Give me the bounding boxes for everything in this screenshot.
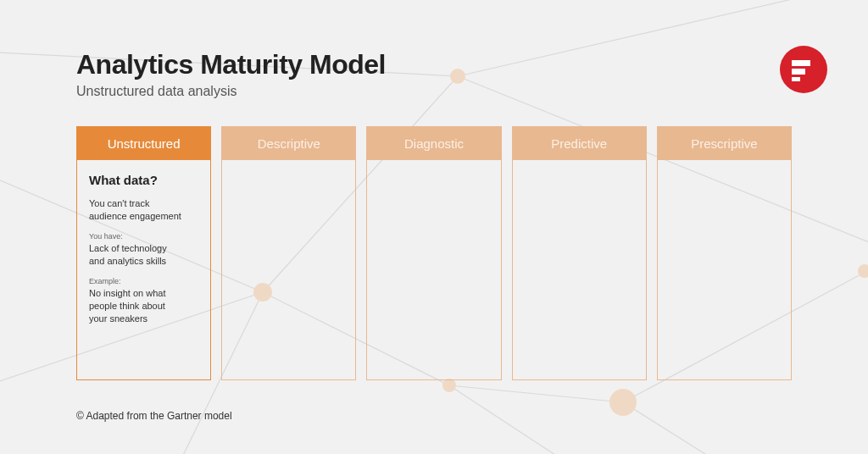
column-body xyxy=(366,160,501,380)
column-header: Unstructured xyxy=(76,126,211,160)
column-desc: You can't track audience engagement xyxy=(89,197,182,223)
svg-point-15 xyxy=(609,389,637,416)
column-unstructured: Unstructured What data? You can't track … xyxy=(76,126,211,380)
brand-logo xyxy=(780,46,827,93)
svg-rect-20 xyxy=(792,77,800,81)
column-prescriptive: Prescriptive xyxy=(657,126,792,380)
you-have-text: Lack of technology and analytics skills xyxy=(89,242,182,268)
column-header: Predictive xyxy=(512,126,647,160)
column-question: What data? xyxy=(89,172,198,189)
footer-attribution: © Adapted from the Gartner model xyxy=(76,410,232,422)
svg-line-7 xyxy=(449,385,623,402)
column-body xyxy=(657,160,792,380)
maturity-columns: Unstructured What data? You can't track … xyxy=(76,126,792,380)
example-label: Example: xyxy=(89,276,182,286)
svg-rect-19 xyxy=(792,69,805,75)
svg-point-14 xyxy=(442,379,456,392)
column-body xyxy=(221,160,356,380)
svg-rect-18 xyxy=(792,60,810,66)
you-have-label: You have: xyxy=(89,231,182,241)
example-text: No insight on what people think about yo… xyxy=(89,287,182,325)
column-diagnostic: Diagnostic xyxy=(366,126,501,380)
column-header: Prescriptive xyxy=(657,126,792,160)
column-header: Diagnostic xyxy=(366,126,501,160)
svg-line-6 xyxy=(449,385,585,454)
column-body: What data? You can't track audience enga… xyxy=(76,160,211,380)
column-descriptive: Descriptive xyxy=(221,126,356,380)
svg-line-9 xyxy=(623,402,737,454)
column-header: Descriptive xyxy=(221,126,356,160)
column-predictive: Predictive xyxy=(512,126,647,380)
page-title: Analytics Maturity Model xyxy=(76,49,792,80)
page-subtitle: Unstructured data analysis xyxy=(76,84,792,99)
column-body xyxy=(512,160,647,380)
